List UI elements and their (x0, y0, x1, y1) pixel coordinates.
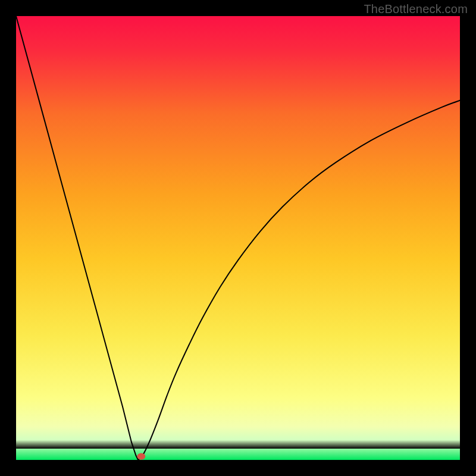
chart-frame (16, 16, 460, 460)
gradient-background (16, 16, 460, 460)
bottleneck-chart (16, 16, 460, 460)
watermark-text: TheBottleneck.com (364, 2, 468, 16)
bottleneck-marker (137, 453, 145, 460)
